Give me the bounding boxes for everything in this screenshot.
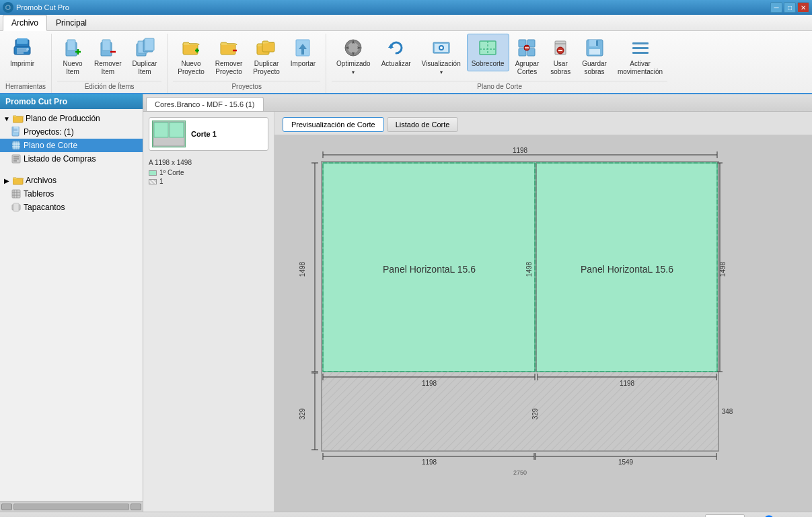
cut-preview	[152, 120, 186, 147]
import-button[interactable]: Importar	[286, 34, 320, 71]
visualizacion-button[interactable]: Visualización ▾	[417, 34, 466, 79]
duplicate-item-icon	[134, 37, 155, 59]
expand-icon-archivos: ▶	[3, 177, 11, 184]
edicion-items-label: Edición de Ítems	[57, 81, 161, 92]
svg-text:329: 329	[299, 408, 306, 419]
plano-corte-label: Plano de Corte	[332, 81, 667, 92]
optimizado-arrow: ▾	[352, 69, 355, 75]
menu-tab-archivo[interactable]: Archivo	[3, 15, 47, 31]
svg-text:1498: 1498	[299, 261, 306, 277]
remove-item-button[interactable]: RemoverItem	[89, 34, 126, 79]
duplicate-item-button[interactable]: DuplicarItem	[128, 34, 162, 79]
herramientas-label: Herramientas	[5, 81, 46, 92]
usar-sobras-button[interactable]: Usarsobras	[545, 34, 576, 79]
new-item-label: NuevoItem	[63, 60, 83, 76]
svg-rect-52	[632, 47, 649, 49]
sidebar-scrollbar[interactable]	[0, 501, 143, 512]
agrupar-cortes-icon	[516, 37, 538, 59]
sidebar-label-archivos: Archivos	[26, 176, 57, 185]
tab-preview[interactable]: Previsualización de Corte	[283, 117, 384, 132]
new-project-icon	[180, 37, 202, 59]
remove-project-button[interactable]: RemoverProyecto	[211, 34, 248, 79]
svg-rect-54	[13, 116, 23, 123]
sidebar-item-plano-produccion[interactable]: ▼ Plano de Producción	[0, 112, 143, 125]
remove-project-label: RemoverProyecto	[215, 60, 243, 76]
tab-listado[interactable]: Listado de Corte	[387, 117, 459, 132]
sidebar-label-listado-compras: Listado de Compras	[24, 154, 96, 164]
maximize-button[interactable]: □	[784, 2, 796, 13]
sidebar-item-tapacantos[interactable]: Tapacantos	[0, 201, 143, 214]
new-item-button[interactable]: NuevoItem	[57, 34, 88, 79]
svg-rect-49	[589, 49, 600, 55]
guardar-sobras-button[interactable]: Guardarsobras	[577, 34, 612, 79]
sidebar-item-plano-corte[interactable]: Plano de Corte	[0, 139, 143, 152]
agrupar-cortes-label: AgruparCortes	[515, 60, 540, 76]
drawing-canvas: Panel HorizontaL 15.6 Panel HorizontaL 1…	[274, 135, 812, 512]
sidebar-label-plano-produccion: Plano de Producción	[26, 114, 100, 123]
svg-rect-53	[632, 52, 649, 54]
svg-text:1198: 1198	[422, 380, 437, 387]
agrupar-cortes-button[interactable]: AgruparCortes	[511, 34, 544, 79]
svg-rect-79	[170, 123, 184, 137]
svg-rect-51	[632, 42, 649, 44]
svg-point-28	[348, 42, 359, 53]
print-label: Imprimir	[10, 60, 34, 68]
cut-item-label: Corte 1	[191, 130, 217, 138]
usar-sobras-icon	[550, 37, 571, 59]
app-title: Promob Cut Pro	[16, 3, 69, 11]
actualizar-icon	[385, 37, 407, 59]
activar-movimentacao-label: Activarmovimentación	[618, 60, 663, 76]
optimizado-button[interactable]: Optimizado ▾	[332, 34, 375, 79]
svg-text:Panel HorizontaL 15.6: Panel HorizontaL 15.6	[383, 264, 476, 275]
ribbon: Imprimir Herramientas NuevoItem	[0, 31, 812, 94]
proyectos-label: Proyectos	[173, 81, 320, 92]
cut-item-1[interactable]: Corte 1	[149, 117, 268, 151]
sidebar-header: Promob Cut Pro	[0, 94, 143, 109]
diagram-container: Panel HorizontaL 15.6 Panel HorizontaL 1…	[274, 135, 812, 512]
visualizacion-arrow: ▾	[440, 69, 443, 75]
zoom-select[interactable]: 69% 50% 75% 100%	[705, 514, 745, 518]
tapacantos-icon	[11, 202, 22, 213]
title-bar: ⬡ Promob Cut Pro ─ □ ✕	[0, 0, 812, 15]
folder-archivos-icon	[13, 175, 24, 186]
optimizado-label: Optimizado	[336, 60, 371, 68]
status-bar: Partes: 2 Cortes: 4 % Utilizado: 71.7% D…	[0, 512, 812, 517]
svg-rect-78	[154, 123, 168, 137]
svg-text:329: 329	[531, 408, 539, 419]
sidebar-item-tableros[interactable]: Tableros	[0, 187, 143, 201]
minimize-button[interactable]: ─	[770, 2, 782, 13]
svg-rect-76	[13, 203, 19, 211]
menu-tab-principal[interactable]: Principal	[47, 15, 96, 31]
svg-text:2750: 2750	[513, 469, 527, 476]
sidebar-item-archivos[interactable]: ▶ Archivos	[0, 174, 143, 187]
svg-point-6	[26, 48, 29, 50]
folder-icon	[13, 113, 24, 124]
new-item-icon	[62, 37, 83, 59]
ribbon-group-herramientas: Imprimir Herramientas	[5, 34, 52, 93]
print-button[interactable]: Imprimir	[5, 34, 39, 71]
duplicate-project-button[interactable]: DuplicarProyecto	[248, 34, 284, 79]
optimizado-icon	[342, 37, 364, 59]
tab-cores-branco[interactable]: Cores.Branco - MDF - 15.6 (1)	[146, 97, 264, 111]
svg-text:1198: 1198	[620, 380, 635, 387]
activar-movimentacao-button[interactable]: Activarmovimentación	[613, 34, 667, 79]
remove-item-label: RemoverItem	[94, 60, 122, 76]
remove-project-icon	[218, 37, 239, 59]
sobrecorte-label: Sobrecorte	[472, 60, 505, 68]
sidebar-item-proyectos[interactable]: Proyectos: (1)	[0, 125, 143, 139]
duplicate-project-icon	[256, 37, 277, 59]
actualizar-button[interactable]: Actualizar	[377, 34, 416, 71]
expand-icon: ▼	[3, 115, 11, 123]
close-button[interactable]: ✕	[797, 2, 809, 13]
sidebar-item-listado-compras[interactable]: Listado de Compras	[0, 152, 143, 166]
new-project-button[interactable]: NuevoProyecto	[173, 34, 209, 79]
app-icon: ⬡	[3, 2, 13, 13]
svg-rect-56	[13, 127, 19, 133]
zoom-slider[interactable]	[750, 515, 804, 518]
tab-strip: Cores.Branco - MDF - 15.6 (1)	[143, 94, 812, 112]
svg-rect-5	[17, 53, 24, 54]
sobrecorte-button[interactable]: Sobrecorte	[467, 34, 509, 71]
list-icon	[11, 153, 22, 164]
file-icon	[11, 127, 22, 137]
svg-text:1198: 1198	[513, 147, 528, 154]
